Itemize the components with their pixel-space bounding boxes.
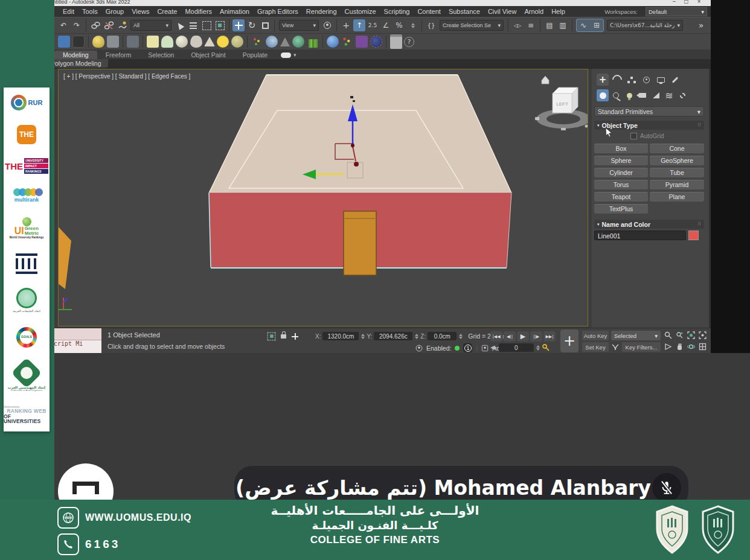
animate-mode-icon[interactable] — [416, 345, 423, 351]
menu-substance[interactable]: Substance — [449, 8, 480, 15]
redo-button[interactable]: ↷ — [71, 19, 83, 31]
moon-sphere-icon[interactable] — [266, 36, 278, 48]
set-key-button[interactable]: Set Key — [582, 342, 609, 352]
menu-help[interactable]: Help — [551, 8, 565, 15]
uvw-editor-icon[interactable] — [356, 36, 368, 48]
select-by-name-button[interactable] — [187, 19, 199, 31]
use-pivot-center-button[interactable] — [321, 19, 333, 31]
polygon-modeling-panel-tab[interactable]: Polygon Modeling — [54, 59, 108, 68]
shapes-category-button[interactable] — [610, 89, 622, 101]
zoom-extents-all-icon[interactable] — [697, 330, 708, 340]
viewport-label[interactable]: [ + ] [ Perspective ] [ Standard ] [ Edg… — [63, 73, 190, 80]
primitive-geosphere-icon[interactable] — [231, 36, 243, 48]
primitive-sphere-icon[interactable] — [176, 36, 188, 48]
physical-camera-icon[interactable] — [127, 36, 139, 48]
primitive-box-icon[interactable] — [147, 36, 159, 48]
primitive-cone-icon[interactable] — [161, 36, 173, 48]
layer-manager-button[interactable]: ▤ — [543, 19, 556, 31]
menu-tools[interactable]: Tools — [82, 8, 98, 15]
menu-animation[interactable]: Animation — [220, 8, 249, 15]
select-object-button[interactable] — [174, 19, 186, 31]
pyramid-button[interactable]: Pyramid — [650, 180, 704, 189]
menu-rendering[interactable]: Rendering — [306, 8, 337, 15]
zoom-icon[interactable] — [663, 330, 673, 340]
set-keys-button[interactable]: + — [560, 329, 579, 352]
derrick-tower-icon[interactable] — [280, 37, 290, 46]
foliage-icon[interactable] — [292, 36, 304, 48]
project-folder-dropdown[interactable]: C:\Users\x67...رحلة الثانية ▾ — [607, 20, 683, 31]
window-crossing-toggle[interactable] — [214, 19, 226, 31]
ribbon-tab-object-paint[interactable]: Object Paint — [182, 51, 234, 59]
panel-scrollbar[interactable] — [709, 69, 711, 328]
cameras-category-button[interactable] — [636, 89, 649, 101]
cone-button[interactable]: Cone — [650, 144, 704, 153]
key-filters-button[interactable]: Key Filters... — [622, 342, 661, 352]
ribbon-tab-selection[interactable]: Selection — [139, 51, 182, 59]
helpers-category-button[interactable] — [650, 89, 662, 101]
menu-create[interactable]: Create — [157, 8, 177, 15]
maxscript-mini-listener[interactable]: Script Mi — [54, 328, 101, 353]
create-tab[interactable]: + — [597, 74, 609, 86]
cylinder-button[interactable]: Cylinder — [594, 168, 648, 177]
systems-category-button[interactable] — [676, 89, 688, 101]
primitive-pyramid-icon[interactable] — [204, 37, 215, 46]
menu-scripting[interactable]: Scripting — [384, 8, 410, 15]
z-spinner[interactable] — [459, 334, 463, 339]
minimize-button[interactable]: ─ — [673, 0, 676, 4]
primitive-teapot-icon[interactable] — [190, 36, 202, 48]
unlink-selection-button[interactable] — [103, 19, 115, 31]
ribbon-tab-freeform[interactable]: Freeform — [97, 51, 140, 59]
viewport-layout-indicator[interactable]: 1 — [463, 343, 472, 352]
motion-tab[interactable] — [640, 74, 652, 86]
maximize-viewport-toggle-icon[interactable] — [697, 342, 708, 352]
create-light-icon[interactable] — [92, 36, 104, 48]
ribbon-tab-modeling[interactable]: Modeling — [54, 51, 97, 59]
menu-group[interactable]: Group — [106, 8, 124, 15]
select-and-manipulate-button[interactable]: + — [340, 19, 352, 31]
x-coordinate-field[interactable]: 1320.0cm — [322, 332, 359, 340]
transform-gizmo-icon[interactable] — [292, 333, 298, 340]
particle-system-icon[interactable] — [251, 36, 263, 48]
material-sphere-icon[interactable] — [327, 36, 339, 48]
ribbon-minimize-icon[interactable] — [281, 52, 291, 58]
toolbar-overflow-button[interactable]: » — [695, 19, 707, 31]
help-icon[interactable]: ? — [404, 37, 414, 47]
viewcube-face-label[interactable]: LEFT — [556, 101, 568, 107]
space-warps-category-button[interactable]: ≋ — [663, 89, 675, 101]
create-camera-icon[interactable] — [107, 36, 119, 48]
plane-button[interactable]: Plane — [650, 192, 704, 202]
rectangular-selection-region-button[interactable] — [200, 19, 213, 31]
geosphere-button[interactable]: GeoSphere — [650, 156, 704, 165]
auto-key-button[interactable]: Auto Key — [582, 331, 609, 340]
workspaces-dropdown[interactable]: Default ▾ — [646, 7, 707, 16]
object-color-swatch[interactable] — [688, 231, 699, 240]
named-selection-sets-dropdown[interactable]: Create Selection Se ▾ — [440, 20, 504, 31]
undo-button[interactable]: ↶ — [57, 19, 69, 31]
field-of-view-icon[interactable] — [663, 342, 673, 352]
frame-nudge-icon[interactable]: ◀▶ — [490, 345, 497, 350]
select-and-rotate-button[interactable]: ↻ — [246, 19, 258, 31]
align-button[interactable]: ≡ — [525, 19, 537, 31]
pan-hand-icon[interactable] — [675, 342, 685, 352]
utilities-tab[interactable] — [669, 74, 681, 86]
mirror-button[interactable]: ◁▷ — [511, 19, 524, 31]
torus-button[interactable]: Torus — [594, 180, 648, 189]
menu-civil-view[interactable]: Civil View — [488, 8, 516, 15]
geometry-category-button[interactable] — [597, 89, 609, 101]
sphere-button[interactable]: Sphere — [594, 156, 648, 165]
schematic-view-button[interactable]: ⊞ — [591, 19, 603, 31]
menu-views[interactable]: Views — [132, 8, 149, 15]
percent-snap-toggle[interactable]: % — [393, 19, 405, 31]
lights-category-button[interactable] — [623, 89, 635, 101]
key-filters-icon[interactable] — [611, 343, 620, 351]
go-to-start-button[interactable]: |◀◀ — [490, 331, 502, 342]
selection-lock-icon[interactable] — [281, 334, 286, 339]
menu-arnold[interactable]: Arnold — [524, 8, 543, 15]
maximize-button[interactable]: □ — [684, 0, 689, 4]
menu-content[interactable]: Content — [417, 8, 441, 15]
select-and-move-button[interactable] — [232, 19, 245, 31]
menu-modifiers[interactable]: Modifiers — [185, 8, 212, 15]
rendered-frame-icon[interactable] — [72, 36, 85, 48]
select-and-link-button[interactable] — [89, 19, 101, 31]
edit-named-selection-sets-button[interactable]: {} — [425, 19, 437, 31]
